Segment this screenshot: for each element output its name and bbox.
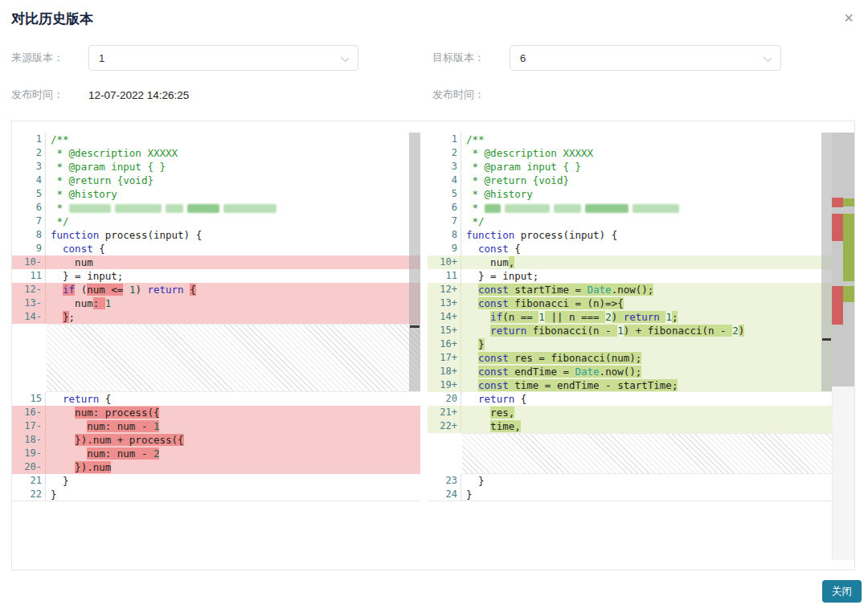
- diff-alignment-gap: [47, 324, 420, 392]
- line-number: 13+: [428, 296, 461, 310]
- target-version-select[interactable]: 6: [510, 45, 781, 71]
- code-line: 5 * @history: [12, 187, 420, 201]
- code-line: 12- if (num <= 1) return {: [12, 283, 420, 296]
- line-number: 9: [12, 242, 46, 255]
- line-number: 1: [12, 133, 46, 146]
- code-line: 15+ return fibonacci(n - 1) + fibonacci(…: [428, 324, 854, 337]
- code-line: 6 *: [12, 201, 420, 215]
- code-line: 16+ }: [428, 337, 854, 351]
- source-scrollbar-thumb[interactable]: [410, 325, 420, 328]
- close-icon: ×: [844, 9, 854, 27]
- line-number: 20-: [12, 460, 46, 474]
- line-number: 4: [12, 174, 46, 187]
- code-line: 7 */: [428, 215, 854, 228]
- target-code-area: 1/**2 * @description XXXXX3 * @param inp…: [428, 121, 854, 501]
- line-number: 11: [428, 269, 461, 283]
- code-line: 23 }: [428, 474, 854, 488]
- line-number: 14-: [12, 310, 46, 324]
- redacted-text: [633, 204, 679, 213]
- code-line: 6 *: [428, 201, 854, 215]
- code-line: 10- num: [12, 255, 420, 269]
- line-number: 21: [12, 474, 46, 488]
- code-line: 15 return {: [12, 392, 420, 406]
- line-number: 17-: [12, 419, 46, 433]
- code-line: 8function process(input) {: [12, 228, 420, 242]
- line-number: 18-: [12, 433, 46, 447]
- diff-pane-target[interactable]: 1/**2 * @description XXXXX3 * @param inp…: [428, 121, 854, 570]
- code-line: 14+ if(n == 1 || n === 2) return 1;: [428, 310, 854, 324]
- line-number: 17+: [428, 351, 461, 365]
- redacted-text: [223, 204, 276, 213]
- page-title: 对比历史版本: [11, 10, 93, 28]
- line-number: 8: [12, 228, 46, 242]
- code-line: 22+ time,: [428, 419, 854, 433]
- code-line: 3 * @param input { }: [12, 160, 420, 174]
- line-number: 3: [428, 160, 461, 174]
- code-line: 21+ res,: [428, 406, 854, 419]
- code-line: 22}: [12, 488, 420, 501]
- code-line: 4 * @return {void}: [428, 174, 854, 187]
- close-button[interactable]: 关闭: [822, 580, 862, 603]
- line-number: 6: [12, 201, 46, 215]
- source-version-label: 来源版本：: [11, 51, 88, 65]
- code-line: 13- num: 1: [12, 296, 420, 310]
- diff-pane-source[interactable]: 1/**2 * @description XXXXX3 * @param inp…: [12, 121, 420, 570]
- target-scrollbar-thumb[interactable]: [822, 338, 831, 341]
- diff-viewer: 1/**2 * @description XXXXX3 * @param inp…: [11, 121, 855, 570]
- target-scrollbar[interactable]: [821, 133, 832, 391]
- redacted-text: [554, 204, 581, 213]
- line-number: 13-: [12, 296, 46, 310]
- redacted-text: [485, 204, 501, 213]
- redacted-text: [585, 204, 628, 213]
- code-line: 24}: [428, 488, 854, 501]
- line-number: 19-: [12, 447, 46, 460]
- line-number: 2: [12, 146, 46, 160]
- code-line: 10+ num,: [428, 255, 854, 269]
- code-line: 1/**: [428, 133, 854, 146]
- line-number: 9: [428, 242, 461, 255]
- chevron-down-icon: [764, 54, 772, 62]
- line-number: 22+: [428, 419, 461, 433]
- chevron-down-icon: [341, 54, 349, 62]
- source-version-value: 1: [99, 52, 104, 64]
- code-line: 19+ const time = endTime - startTime;: [428, 378, 854, 392]
- code-line: 8function process(input) {: [428, 228, 854, 242]
- line-number: 15+: [428, 324, 461, 337]
- line-number: 5: [12, 187, 46, 201]
- line-number: 16+: [428, 337, 461, 351]
- line-number: 22: [12, 488, 46, 501]
- line-number: 24: [428, 488, 461, 501]
- minimap-red-mark: [832, 214, 843, 241]
- line-number: 8: [428, 228, 461, 242]
- code-line: 16- num: process({: [12, 406, 420, 419]
- line-number: 15: [12, 392, 46, 406]
- target-version-label: 目标版本：: [432, 51, 510, 65]
- source-scrollbar[interactable]: [409, 133, 420, 391]
- redacted-text: [166, 204, 183, 213]
- line-number: 12+: [428, 283, 461, 296]
- source-publish-time-label: 发布时间：: [11, 88, 88, 102]
- line-number: 21+: [428, 406, 461, 419]
- diff-minimap[interactable]: [832, 133, 854, 386]
- line-number: 18+: [428, 365, 461, 378]
- redacted-text: [505, 204, 550, 213]
- line-number: 7: [12, 215, 46, 228]
- line-number: 3: [12, 160, 46, 174]
- code-line: 17+ const res = fibonacci(num);: [428, 351, 854, 365]
- redacted-text: [69, 204, 111, 213]
- code-line: 17- num: num - 1: [12, 419, 420, 433]
- line-number: 10+: [428, 255, 461, 269]
- close-dialog-button[interactable]: ×: [837, 6, 860, 29]
- diff-alignment-gap: [462, 433, 854, 474]
- line-number: 4: [428, 174, 461, 187]
- pane-divider: [420, 121, 428, 570]
- code-line: 9 const {: [428, 242, 854, 255]
- line-number: 16-: [12, 406, 46, 419]
- line-number: 12-: [12, 283, 46, 296]
- code-line: 20 return {: [428, 392, 854, 406]
- line-number: 23: [428, 474, 461, 488]
- code-line: 14- };: [12, 310, 420, 324]
- code-line: 11 } = input;: [12, 269, 420, 283]
- source-version-select[interactable]: 1: [88, 45, 358, 71]
- code-line: 13+ const fibonacci = (n)=>{: [428, 296, 854, 310]
